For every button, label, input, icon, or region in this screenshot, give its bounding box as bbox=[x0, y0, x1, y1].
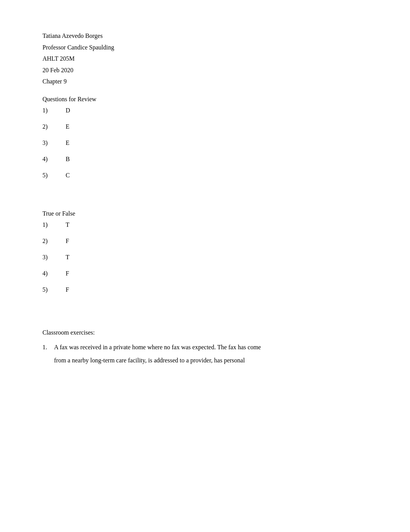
classroom-title: Classroom exercises: bbox=[42, 329, 368, 336]
classroom-subtext-1: from a nearby long-term care facility, i… bbox=[54, 355, 368, 365]
course-line: AHLT 205M bbox=[42, 54, 368, 64]
tf-ans-4: F bbox=[66, 269, 69, 278]
tf-num-1: 1) bbox=[42, 220, 66, 229]
tf-num-2: 2) bbox=[42, 236, 66, 246]
review-item-1: 1) D bbox=[42, 106, 368, 115]
tf-item-1: 1) T bbox=[42, 220, 368, 229]
review-section-title: Questions for Review bbox=[42, 96, 368, 103]
review-ans-2: E bbox=[66, 122, 69, 131]
classroom-num-1: 1. bbox=[42, 342, 54, 352]
review-item-4: 4) B bbox=[42, 155, 368, 164]
tf-item-5: 5) F bbox=[42, 285, 368, 294]
review-ans-1: D bbox=[66, 106, 70, 115]
review-ans-3: E bbox=[66, 138, 69, 148]
review-num-5: 5) bbox=[42, 171, 66, 180]
tf-num-4: 4) bbox=[42, 269, 66, 278]
review-item-2: 2) E bbox=[42, 122, 368, 131]
page: Tatiana Azevedo Borges Professor Candice… bbox=[0, 0, 410, 396]
professor-line: Professor Candice Spaulding bbox=[42, 42, 368, 53]
tf-item-4: 4) F bbox=[42, 269, 368, 278]
classroom-section: Classroom exercises: 1. A fax was receiv… bbox=[42, 329, 368, 365]
tf-num-3: 3) bbox=[42, 253, 66, 262]
tf-item-3: 3) T bbox=[42, 253, 368, 262]
review-ans-5: C bbox=[66, 171, 70, 180]
tf-ans-2: F bbox=[66, 236, 69, 246]
spacer-2 bbox=[42, 301, 368, 315]
tf-ans-5: F bbox=[66, 285, 69, 294]
review-qa-list: 1) D 2) E 3) E 4) B 5) C bbox=[42, 106, 368, 180]
classroom-text-1: A fax was received in a private home whe… bbox=[54, 342, 368, 352]
review-ans-4: B bbox=[66, 155, 70, 164]
classroom-item-1: 1. A fax was received in a private home … bbox=[42, 342, 368, 352]
date-line: 20 Feb 2020 bbox=[42, 65, 368, 75]
review-item-3: 3) E bbox=[42, 138, 368, 148]
author-line: Tatiana Azevedo Borges bbox=[42, 31, 368, 41]
tf-ans-1: T bbox=[66, 220, 69, 229]
spacer-1 bbox=[42, 187, 368, 201]
review-item-5: 5) C bbox=[42, 171, 368, 180]
review-num-4: 4) bbox=[42, 155, 66, 164]
review-num-3: 3) bbox=[42, 138, 66, 148]
header-block: Tatiana Azevedo Borges Professor Candice… bbox=[42, 31, 368, 87]
review-num-2: 2) bbox=[42, 122, 66, 131]
tf-item-2: 2) F bbox=[42, 236, 368, 246]
true-false-list: 1) T 2) F 3) T 4) F 5) F bbox=[42, 220, 368, 294]
review-num-1: 1) bbox=[42, 106, 66, 115]
chapter-line: Chapter 9 bbox=[42, 76, 368, 87]
tf-ans-3: T bbox=[66, 253, 69, 262]
tf-num-5: 5) bbox=[42, 285, 66, 294]
true-false-section-title: True or False bbox=[42, 210, 368, 217]
